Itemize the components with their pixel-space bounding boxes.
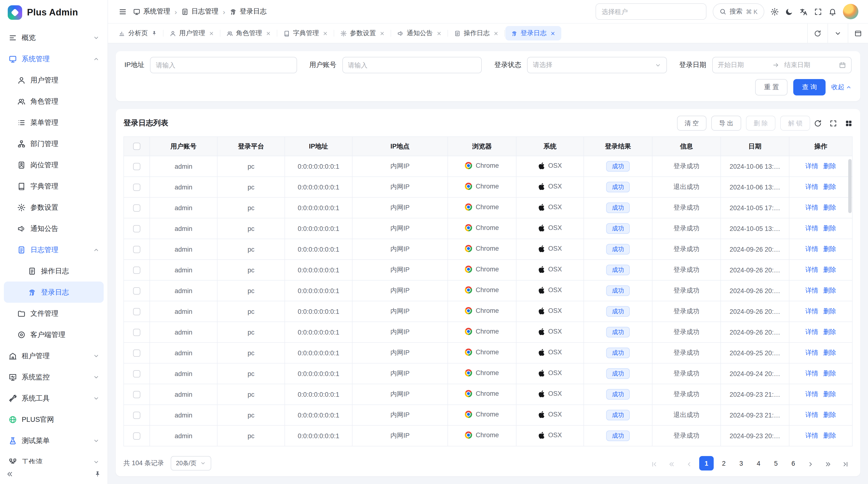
detail-link[interactable]: 详情 xyxy=(805,266,818,273)
sidebar-item-dict[interactable]: 字典管理 xyxy=(4,175,104,197)
tabbar-layout-button[interactable] xyxy=(848,24,868,43)
sidebar-item-client[interactable]: 客户端管理 xyxy=(4,324,104,345)
delete-link[interactable]: 删除 xyxy=(823,390,836,398)
language-icon[interactable] xyxy=(800,7,808,16)
tab-param[interactable]: 参数设置 xyxy=(334,26,390,40)
detail-link[interactable]: 详情 xyxy=(805,225,818,232)
collapse-filter-link[interactable]: 收起 xyxy=(831,83,851,92)
toolbar-unlock-button[interactable]: 解 锁 xyxy=(780,116,810,131)
sidebar-item-test-menu[interactable]: 测试菜单 xyxy=(4,430,104,451)
delete-link[interactable]: 删除 xyxy=(823,183,836,190)
delete-link[interactable]: 删除 xyxy=(823,349,836,356)
theme-toggle-icon[interactable] xyxy=(785,7,793,16)
tab-dict[interactable]: 字典管理 xyxy=(278,26,334,40)
detail-link[interactable]: 详情 xyxy=(805,246,818,253)
tab-role[interactable]: 角色管理 xyxy=(221,26,277,40)
row-checkbox[interactable] xyxy=(133,287,140,295)
login-status-select[interactable]: 请选择 xyxy=(527,57,667,73)
tab-loginlog[interactable]: 登录日志 xyxy=(505,26,561,40)
row-checkbox[interactable] xyxy=(133,391,140,398)
pagination-page-1[interactable]: 1 xyxy=(699,456,714,471)
user-account-input[interactable] xyxy=(348,61,476,69)
row-checkbox[interactable] xyxy=(133,308,140,315)
pagination-prev-jump-button[interactable] xyxy=(664,456,679,471)
sidebar-item-tenant[interactable]: 租户管理 xyxy=(4,345,104,366)
close-icon[interactable] xyxy=(322,31,328,36)
sidebar-item-role[interactable]: 角色管理 xyxy=(4,91,104,112)
close-icon[interactable] xyxy=(493,31,498,36)
toolbar-export-button[interactable]: 导 出 xyxy=(711,116,741,131)
row-checkbox[interactable] xyxy=(133,225,140,232)
close-icon[interactable] xyxy=(550,31,555,36)
user-avatar[interactable] xyxy=(843,4,858,19)
row-checkbox[interactable] xyxy=(133,412,140,419)
pagination-next-jump-button[interactable] xyxy=(821,456,835,471)
delete-link[interactable]: 删除 xyxy=(823,204,836,211)
close-icon[interactable] xyxy=(266,31,271,36)
login-date-range-picker[interactable]: 开始日期 结束日期 xyxy=(712,57,851,73)
sidebar-item-log[interactable]: 日志管理 xyxy=(4,239,104,260)
delete-link[interactable]: 删除 xyxy=(823,411,836,418)
sidebar-item-monitor[interactable]: 系统监控 xyxy=(4,366,104,388)
sidebar-pin-icon[interactable] xyxy=(94,470,101,478)
delete-link[interactable]: 删除 xyxy=(823,432,836,439)
delete-link[interactable]: 删除 xyxy=(823,225,836,232)
toolbar-delete-button[interactable]: 删 除 xyxy=(746,116,776,131)
delete-link[interactable]: 删除 xyxy=(823,266,836,273)
close-icon[interactable] xyxy=(209,31,214,36)
toolbar-clear-button[interactable]: 清 空 xyxy=(677,116,707,131)
tab-analysis[interactable]: 分析页 xyxy=(113,26,163,40)
row-checkbox[interactable] xyxy=(133,163,140,170)
detail-link[interactable]: 详情 xyxy=(805,204,818,211)
tab-user[interactable]: 用户管理 xyxy=(164,26,220,40)
pagination-prev-button[interactable] xyxy=(682,456,696,471)
delete-link[interactable]: 删除 xyxy=(823,328,836,335)
tabbar-menu-button[interactable] xyxy=(828,24,848,43)
sidebar-item-notice[interactable]: 通知公告 xyxy=(4,218,104,239)
sidebar-item-param[interactable]: 参数设置 xyxy=(4,197,104,218)
pagination-last-button[interactable] xyxy=(838,456,852,471)
row-checkbox[interactable] xyxy=(133,184,140,191)
detail-link[interactable]: 详情 xyxy=(805,411,818,418)
tenant-select-input[interactable] xyxy=(595,3,706,20)
query-button[interactable]: 查 询 xyxy=(793,79,826,95)
tabbar-refresh-button[interactable] xyxy=(807,24,828,43)
detail-link[interactable]: 详情 xyxy=(805,183,818,190)
delete-link[interactable]: 删除 xyxy=(823,308,836,315)
sidebar-toggle-icon[interactable] xyxy=(119,7,127,16)
notifications-icon[interactable] xyxy=(829,7,837,16)
sidebar-item-tools[interactable]: 系统工具 xyxy=(4,388,104,409)
row-checkbox[interactable] xyxy=(133,350,140,357)
detail-link[interactable]: 详情 xyxy=(805,328,818,335)
sidebar-item-system[interactable]: 系统管理 xyxy=(4,48,104,69)
ip-address-input[interactable] xyxy=(156,61,291,69)
settings-icon[interactable] xyxy=(771,7,779,16)
sidebar-item-user[interactable]: 用户管理 xyxy=(4,69,104,91)
delete-link[interactable]: 删除 xyxy=(823,162,836,170)
detail-link[interactable]: 详情 xyxy=(805,390,818,398)
detail-link[interactable]: 详情 xyxy=(805,287,818,294)
pagination-first-button[interactable] xyxy=(647,456,661,471)
delete-link[interactable]: 删除 xyxy=(823,287,836,294)
sidebar-item-dept[interactable]: 部门管理 xyxy=(4,133,104,154)
row-checkbox[interactable] xyxy=(133,432,140,440)
table-refresh-icon[interactable] xyxy=(814,119,822,127)
breadcrumb-item[interactable]: 日志管理 xyxy=(181,7,218,16)
row-checkbox[interactable] xyxy=(133,246,140,253)
sidebar-item-oplog[interactable]: 操作日志 xyxy=(4,260,104,282)
sidebar-item-loginlog[interactable]: 登录日志 xyxy=(4,282,104,303)
pin-icon[interactable] xyxy=(151,30,157,36)
detail-link[interactable]: 详情 xyxy=(805,370,818,377)
delete-link[interactable]: 删除 xyxy=(823,370,836,377)
vertical-scrollbar[interactable] xyxy=(848,159,851,213)
close-icon[interactable] xyxy=(436,31,441,36)
sidebar-item-menu[interactable]: 菜单管理 xyxy=(4,112,104,133)
breadcrumb-item[interactable]: 登录日志 xyxy=(229,7,267,16)
pagination-page-6[interactable]: 6 xyxy=(786,456,801,471)
reset-button[interactable]: 重 置 xyxy=(755,79,788,95)
select-all-checkbox[interactable] xyxy=(133,143,140,150)
sidebar-item-post[interactable]: 岗位管理 xyxy=(4,154,104,175)
breadcrumb-item[interactable]: 系统管理 xyxy=(133,7,170,16)
detail-link[interactable]: 详情 xyxy=(805,162,818,170)
row-checkbox[interactable] xyxy=(133,329,140,336)
